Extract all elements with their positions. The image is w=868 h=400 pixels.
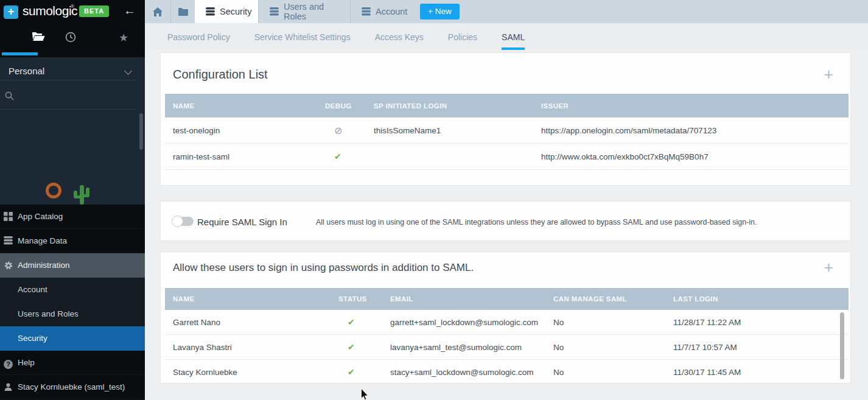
add-configuration-button[interactable]: + xyxy=(824,66,833,82)
subnav-saml[interactable]: SAML xyxy=(502,23,525,50)
database-icon xyxy=(270,7,279,16)
database-icon xyxy=(362,7,371,16)
tab-users-and-roles[interactable]: Users and Roles xyxy=(258,0,350,23)
active-tab-underline xyxy=(2,52,38,55)
new-button[interactable]: + New xyxy=(420,4,460,19)
sidebar-item-help[interactable]: ? Help xyxy=(0,351,145,375)
check-icon: ✔ xyxy=(348,317,355,327)
sidebar-item-manage-data[interactable]: Manage Data xyxy=(0,229,145,253)
allow-list-title: Allow these users to sign in using passw… xyxy=(173,262,474,274)
debug-disabled-icon: ⊘ xyxy=(334,125,342,136)
person-icon xyxy=(4,382,13,392)
library-panel: Personal xyxy=(0,57,145,205)
question-icon: ? xyxy=(4,358,13,368)
require-saml-toggle[interactable] xyxy=(173,217,194,226)
subnav-password-policy[interactable]: Password Policy xyxy=(167,23,230,50)
beta-badge: BETA xyxy=(79,5,109,17)
collection-label: Personal xyxy=(9,66,44,76)
divider xyxy=(0,109,136,110)
search-icon xyxy=(5,91,14,103)
collection-selector[interactable]: Personal xyxy=(0,63,145,81)
home-tab[interactable] xyxy=(145,0,171,23)
sidebar-item-account[interactable]: Account xyxy=(0,278,145,302)
configuration-table: NAME DEBUG SP INITIATED LOGIN ISSUER tes… xyxy=(165,94,849,170)
subnav-access-keys[interactable]: Access Keys xyxy=(375,23,424,50)
database-icon xyxy=(4,236,13,246)
database-icon xyxy=(206,7,215,16)
library-search-input[interactable] xyxy=(0,86,136,109)
sidebar-item-users-and-roles[interactable]: Users and Roles xyxy=(0,302,145,326)
allowed-user-row[interactable]: Garrett Nano ✔ garrett+saml_lockdown@sum… xyxy=(165,310,849,335)
collapse-sidebar-icon[interactable]: ← xyxy=(124,4,136,18)
divider xyxy=(0,80,136,80)
app-window: + sumologic ® BETA ← ★ Personal xyxy=(0,0,868,400)
folder-tab[interactable] xyxy=(172,0,195,23)
security-subnav: Password Policy Service Whitelist Settin… xyxy=(145,23,868,50)
main-area: Security Users and Roles Account + New P… xyxy=(145,0,868,400)
logo-row: + sumologic ® BETA ← xyxy=(0,0,145,23)
configuration-table-header: NAME DEBUG SP INITIATED LOGIN ISSUER xyxy=(165,94,849,118)
check-icon: ✔ xyxy=(334,152,341,161)
sidebar-tabs: ★ xyxy=(0,23,145,57)
sidebar-item-app-catalog[interactable]: App Catalog xyxy=(0,205,145,229)
favorites-star-icon[interactable]: ★ xyxy=(114,32,133,44)
chevron-down-icon xyxy=(124,67,132,75)
configuration-list-card: Configuration List + NAME DEBUG SP INITI… xyxy=(160,52,851,186)
empty-state-cactus-illustration xyxy=(73,185,90,205)
grid-icon xyxy=(4,212,13,222)
sidebar-item-administration[interactable]: Administration xyxy=(0,253,145,278)
sidebar-item-security[interactable]: Security xyxy=(0,326,145,351)
configuration-row[interactable]: test-onelogin ⊘ thisIsSomeName1 https://… xyxy=(165,118,849,144)
tab-security[interactable]: Security xyxy=(195,0,258,23)
top-tab-bar: Security Users and Roles Account + New xyxy=(145,0,868,23)
check-icon: ✔ xyxy=(348,342,355,352)
sidebar-menu: App Catalog Manage Data Administration A… xyxy=(0,205,145,399)
brand-wordmark: sumologic xyxy=(23,4,77,18)
allowed-user-row[interactable]: Lavanya Shastri ✔ lavanya+saml_test@sumo… xyxy=(165,335,849,360)
sidebar: + sumologic ® BETA ← ★ Personal xyxy=(0,0,145,400)
require-saml-label: Require SAML Sign In xyxy=(197,217,287,227)
sidebar-scrollbar[interactable] xyxy=(139,113,143,150)
allow-list-scrollbar[interactable] xyxy=(840,312,844,379)
allowed-user-row[interactable]: Stacy Kornluebke ✔ stacy+saml_lockdown@s… xyxy=(165,360,849,384)
add-allowed-user-button[interactable]: + xyxy=(824,259,833,275)
configuration-row[interactable]: ramin-test-saml ✔ http://www.okta.com/ex… xyxy=(165,144,849,170)
check-icon: ✔ xyxy=(348,367,355,377)
toggle-knob xyxy=(172,216,183,227)
recents-clock-icon[interactable] xyxy=(61,32,80,45)
allow-list-table: NAME STATUS EMAIL CAN MANAGE SAML LAST L… xyxy=(165,288,849,384)
require-saml-card: Require SAML Sign In All users must log … xyxy=(160,201,851,241)
require-saml-description: All users must log in using one of the S… xyxy=(316,218,757,226)
configuration-list-title: Configuration List xyxy=(173,68,268,82)
empty-state-sun-illustration xyxy=(46,183,61,198)
sumologic-plus-icon: + xyxy=(4,5,18,19)
tab-account[interactable]: Account xyxy=(350,0,415,23)
sidebar-item-user-account[interactable]: Stacy Kornluebke (saml_test) xyxy=(0,375,145,399)
gear-icon xyxy=(4,261,13,270)
subnav-service-whitelist-settings[interactable]: Service Whitelist Settings xyxy=(254,23,351,50)
subnav-policies[interactable]: Policies xyxy=(448,23,477,50)
library-folder-icon[interactable] xyxy=(29,32,47,44)
allow-list-card: Allow these users to sign in using passw… xyxy=(160,251,851,384)
registered-mark: ® xyxy=(71,4,74,9)
allow-list-table-header: NAME STATUS EMAIL CAN MANAGE SAML LAST L… xyxy=(165,288,849,310)
